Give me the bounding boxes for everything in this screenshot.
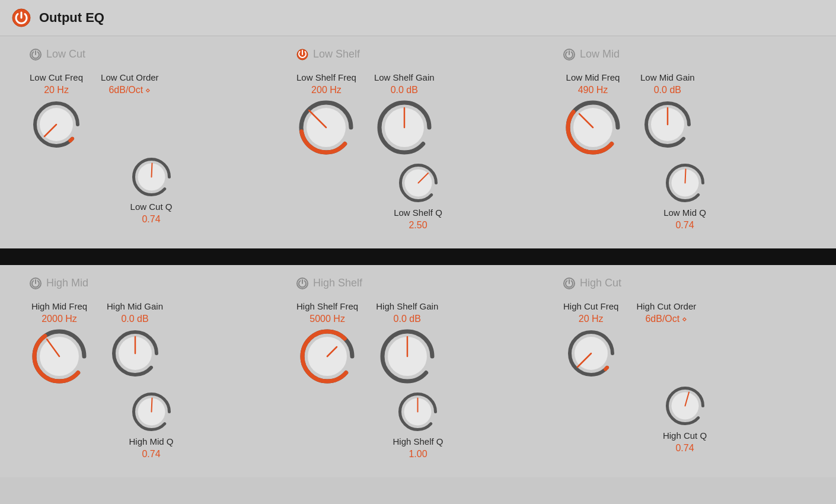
high-shelf-top-controls: High Shelf Freq 5000 Hz High Shelf Gain (296, 301, 540, 386)
low-shelf-gain-control: Low Shelf Gain 0.0 dB (374, 72, 435, 157)
low-mid-gain-value[interactable]: 0.0 dB (654, 85, 681, 95)
low-shelf-label: Low Shelf (313, 48, 360, 60)
band-high-mid-header: High Mid (30, 277, 273, 289)
high-shelf-gain-knob[interactable] (378, 327, 437, 386)
band-high-shelf-header: High Shelf (296, 277, 540, 289)
high-shelf-gain-control: High Shelf Gain 0.0 dB (376, 301, 438, 386)
low-cut-power-icon[interactable] (30, 49, 42, 60)
high-mid-freq-value[interactable]: 2000 Hz (42, 314, 77, 324)
high-cut-freq-value[interactable]: 20 Hz (579, 314, 604, 324)
high-cut-freq-control: High Cut Freq 20 Hz (563, 301, 618, 380)
low-cut-top-controls: Low Cut Freq 20 Hz (30, 72, 273, 151)
high-shelf-q-area: High Shelf Q 1.00 (296, 390, 540, 460)
band-low-cut-header: Low Cut (30, 48, 273, 60)
high-mid-freq-label: High Mid Freq (31, 301, 87, 311)
high-cut-q-knob[interactable] (663, 384, 707, 428)
low-mid-top-controls: Low Mid Freq 490 Hz Low Mid Gain 0.0 dB (563, 72, 806, 157)
high-shelf-q-knob[interactable] (395, 390, 440, 434)
low-shelf-q-value[interactable]: 2.50 (409, 220, 427, 231)
low-mid-gain-knob[interactable] (641, 98, 694, 151)
band-low-mid-header: Low Mid (563, 48, 806, 60)
high-mid-gain-control: High Mid Gain 0.0 dB (107, 301, 163, 386)
low-mid-q-control: Low Mid Q 0.74 (663, 161, 707, 231)
high-cut-freq-knob[interactable] (564, 327, 618, 380)
svg-line-31 (685, 170, 685, 183)
low-mid-freq-control: Low Mid Freq 490 Hz (563, 72, 623, 157)
low-cut-freq-value[interactable]: 20 Hz (44, 85, 69, 95)
high-shelf-q-control: High Shelf Q 1.00 (393, 390, 443, 460)
low-cut-order-label: Low Cut Order (101, 72, 159, 82)
high-cut-order-dropdown[interactable]: 6dB/Oct ⋄ (645, 314, 687, 324)
top-section: Low Cut Low Cut Freq 20 Hz (0, 36, 836, 248)
high-shelf-power-icon[interactable] (296, 277, 308, 289)
low-shelf-q-knob[interactable] (396, 161, 441, 205)
page-title: Output EQ (39, 10, 104, 25)
low-shelf-gain-value[interactable]: 0.0 dB (391, 85, 418, 95)
high-mid-power-icon[interactable] (30, 277, 42, 289)
low-shelf-power-icon[interactable] (296, 49, 308, 60)
high-cut-order-control: High Cut Order 6dB/Oct ⋄ (636, 301, 696, 380)
high-mid-gain-knob[interactable] (109, 327, 162, 380)
band-low-cut: Low Cut Low Cut Freq 20 Hz (18, 48, 285, 231)
high-cut-power-icon[interactable] (563, 277, 575, 289)
high-shelf-freq-control: High Shelf Freq 5000 Hz (296, 301, 358, 386)
low-cut-label: Low Cut (46, 48, 85, 60)
high-mid-q-knob[interactable] (129, 390, 174, 434)
low-cut-order-dropdown[interactable]: 6dB/Oct ⋄ (109, 85, 151, 95)
high-mid-q-area: High Mid Q 0.74 (30, 390, 273, 460)
band-high-shelf: High Shelf High Shelf Freq 5000 Hz (285, 277, 551, 460)
high-shelf-gain-value[interactable]: 0.0 dB (394, 314, 421, 324)
low-cut-freq-knob[interactable] (30, 98, 83, 151)
low-mid-q-value[interactable]: 0.74 (675, 220, 694, 231)
high-shelf-q-label: High Shelf Q (393, 436, 443, 446)
high-cut-top-controls: High Cut Freq 20 Hz High Cut Order (563, 301, 806, 380)
band-low-shelf-header: Low Shelf (296, 48, 540, 60)
header: Output EQ (0, 0, 836, 36)
high-mid-top-controls: High Mid Freq 2000 Hz High Mid Gain 0.0 … (30, 301, 273, 386)
high-mid-gain-label: High Mid Gain (107, 301, 163, 311)
high-cut-q-value[interactable]: 0.74 (675, 443, 694, 454)
low-cut-q-area: Low Cut Q 0.74 (30, 155, 273, 225)
high-mid-q-label: High Mid Q (129, 436, 173, 446)
svg-line-42 (151, 398, 152, 412)
band-high-cut-header: High Cut (563, 277, 806, 289)
high-cut-q-control: High Cut Q 0.74 (663, 384, 707, 454)
low-cut-q-value[interactable]: 0.74 (142, 214, 160, 225)
low-mid-gain-label: Low Mid Gain (640, 72, 695, 82)
low-cut-order-control: Low Cut Order 6dB/Oct ⋄ (101, 72, 159, 151)
high-cut-freq-label: High Cut Freq (563, 301, 618, 311)
high-shelf-gain-label: High Shelf Gain (376, 301, 438, 311)
high-cut-order-value: 6dB/Oct (645, 314, 679, 324)
high-shelf-freq-value[interactable]: 5000 Hz (309, 314, 345, 324)
low-shelf-q-area: Low Shelf Q 2.50 (296, 161, 540, 231)
low-shelf-top-controls: Low Shelf Freq 200 Hz Low Shelf Gain (296, 72, 540, 157)
high-mid-q-value[interactable]: 0.74 (142, 449, 160, 460)
band-low-mid: Low Mid Low Mid Freq 490 Hz (551, 48, 818, 231)
band-high-mid: High Mid High Mid Freq 2000 Hz (18, 277, 285, 460)
low-mid-q-label: Low Mid Q (663, 208, 706, 218)
high-shelf-freq-knob[interactable] (298, 327, 357, 386)
low-mid-freq-value[interactable]: 490 Hz (578, 85, 608, 95)
low-mid-q-knob[interactable] (663, 161, 707, 205)
high-mid-freq-knob[interactable] (30, 327, 89, 386)
high-mid-q-control: High Mid Q 0.74 (129, 390, 173, 460)
high-cut-order-arrow: ⋄ (682, 314, 687, 324)
low-cut-order-value: 6dB/Oct (109, 85, 143, 95)
high-shelf-label: High Shelf (313, 277, 362, 289)
high-cut-q-label: High Cut Q (663, 430, 707, 441)
low-cut-q-knob[interactable] (129, 155, 174, 199)
high-mid-gain-value[interactable]: 0.0 dB (121, 314, 148, 324)
low-shelf-freq-knob[interactable] (296, 98, 356, 157)
low-shelf-q-control: Low Shelf Q 2.50 (394, 161, 442, 231)
high-shelf-q-value[interactable]: 1.00 (409, 449, 427, 460)
low-cut-freq-control: Low Cut Freq 20 Hz (30, 72, 83, 151)
low-mid-freq-label: Low Mid Freq (566, 72, 620, 82)
low-shelf-freq-value[interactable]: 200 Hz (311, 85, 342, 95)
low-mid-power-icon[interactable] (563, 49, 575, 60)
band-high-cut: High Cut High Cut Freq 20 Hz (551, 277, 818, 460)
low-mid-q-area: Low Mid Q 0.74 (563, 161, 806, 231)
low-shelf-freq-control: Low Shelf Freq 200 Hz (296, 72, 356, 157)
header-power-icon[interactable] (12, 8, 31, 27)
low-mid-freq-knob[interactable] (563, 98, 623, 157)
low-shelf-gain-knob[interactable] (375, 98, 434, 157)
